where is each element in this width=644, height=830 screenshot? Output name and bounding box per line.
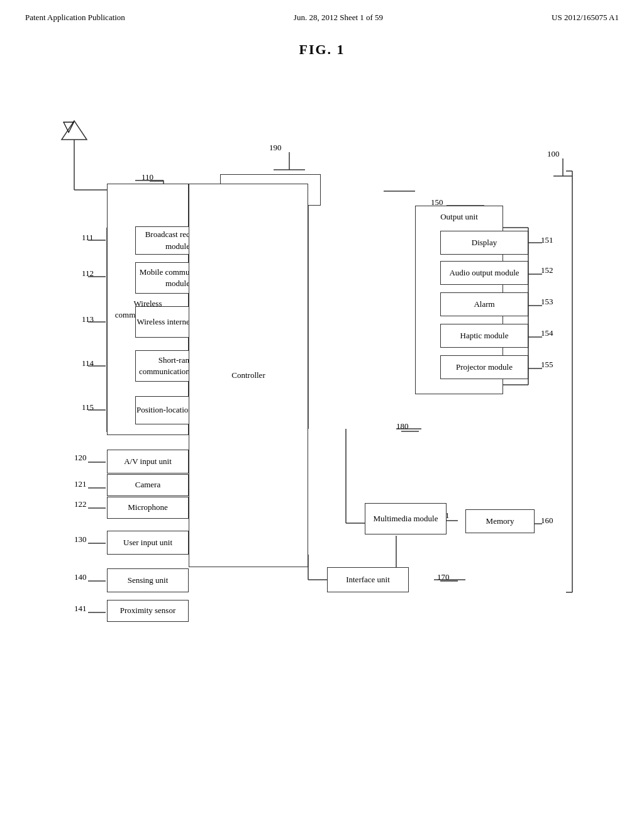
- figure-title: FIG. 1: [25, 42, 619, 58]
- ref-122: 122: [74, 499, 87, 510]
- ref-110: 110: [142, 172, 153, 183]
- ref-170: 170: [437, 572, 450, 583]
- ref-152: 152: [541, 265, 553, 276]
- multimedia-box: Multimedia module: [365, 503, 447, 534]
- ref-140: 140: [74, 572, 87, 583]
- av-input-box: A/V input unit: [107, 450, 189, 473]
- ref-153: 153: [541, 297, 553, 307]
- alarm-box: Alarm: [440, 292, 528, 316]
- ref-155: 155: [541, 360, 553, 370]
- microphone-box: Microphone: [107, 497, 189, 519]
- sensing-box: Sensing unit: [107, 568, 189, 592]
- header-center: Jun. 28, 2012 Sheet 1 of 59: [294, 13, 383, 23]
- ref-154: 154: [541, 328, 553, 339]
- ref-190: 190: [269, 143, 282, 153]
- camera-box: Camera: [107, 474, 189, 496]
- ref-100: 100: [547, 149, 560, 160]
- ref-112: 112: [82, 268, 94, 279]
- diagram: ▽ 190 100 Power supply 110 Wireless comm…: [25, 83, 619, 775]
- antenna-symbol: ▽: [63, 118, 74, 135]
- page-header: Patent Application Publication Jun. 28, …: [25, 13, 619, 23]
- display-box: Display: [440, 231, 528, 255]
- audio-output-box: Audio output module: [440, 261, 528, 285]
- memory-box: Memory: [465, 509, 535, 533]
- ref-114: 114: [82, 358, 94, 369]
- ref-160: 160: [541, 516, 553, 526]
- haptic-box: Haptic module: [440, 324, 528, 348]
- ref-130: 130: [74, 534, 87, 545]
- controller-box: Controller: [189, 184, 308, 567]
- ref-180: 180: [396, 421, 409, 432]
- proximity-box: Proximity sensor: [107, 600, 189, 622]
- ref-151: 151: [541, 235, 553, 246]
- header-left: Patent Application Publication: [25, 13, 125, 23]
- ref-141: 141: [74, 604, 87, 614]
- header-right: US 2012/165075 A1: [552, 13, 619, 23]
- ref-115: 115: [82, 402, 94, 413]
- ref-121: 121: [74, 479, 87, 490]
- projector-box: Projector module: [440, 355, 528, 379]
- user-input-box: User input unit: [107, 531, 189, 555]
- page: Patent Application Publication Jun. 28, …: [0, 0, 644, 830]
- ref-111: 111: [82, 233, 94, 243]
- ref-120: 120: [74, 453, 87, 463]
- ref-113: 113: [82, 314, 94, 325]
- interface-box: Interface unit: [327, 567, 409, 592]
